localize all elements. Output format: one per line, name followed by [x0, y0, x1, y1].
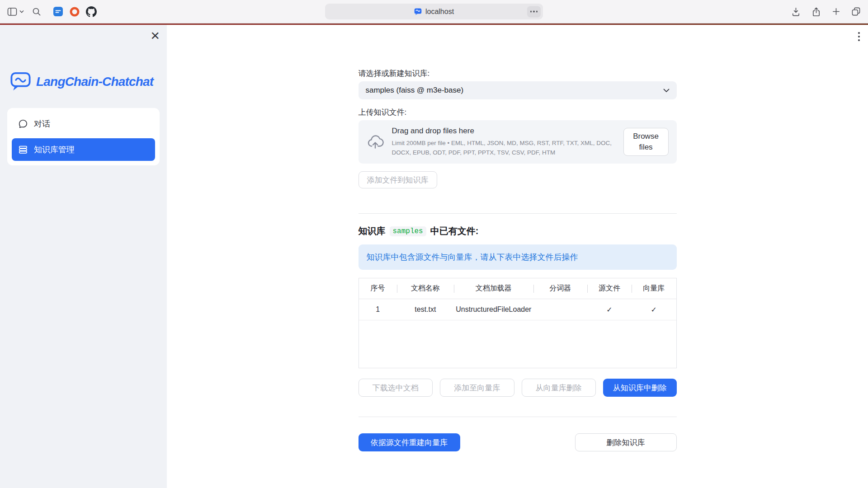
- dropzone-texts: Drag and drop files here Limit 200MB per…: [392, 127, 615, 157]
- info-banner: 知识库中包含源文件与向量库，请从下表中选择文件后操作: [359, 244, 677, 270]
- download-icon: [791, 7, 801, 16]
- rebuild-vector-store-button[interactable]: 依据源文件重建向量库: [359, 433, 460, 451]
- kb-select-value: samples (faiss @ m3e-base): [366, 86, 464, 95]
- orange-extension-icon[interactable]: [70, 7, 80, 17]
- sidebar-toggle-button[interactable]: [7, 7, 24, 16]
- kb-files-table: 序号 文档名称 文档加载器 分词器 源文件 向量库 1 test.txt Uns…: [359, 278, 677, 368]
- new-tab-button[interactable]: [832, 7, 840, 16]
- table-row[interactable]: 1 test.txt UnstructuredFileLoader ✓ ✓: [359, 299, 676, 320]
- site-favicon: [414, 8, 422, 15]
- divider: [359, 213, 677, 214]
- app-logo-text: LangChain-Chatchat: [36, 75, 153, 89]
- kb-heading-prefix: 知识库: [359, 225, 386, 237]
- download-selected-button[interactable]: 下载选中文档: [359, 379, 433, 397]
- table-header: 分词器: [533, 284, 587, 293]
- add-files-to-kb-button[interactable]: 添加文件到知识库: [359, 171, 437, 188]
- kb-files-heading: 知识库 samples 中已有文件:: [359, 225, 677, 237]
- table-header: 文档名称: [397, 284, 454, 293]
- search-button[interactable]: [32, 7, 41, 16]
- add-to-vector-store-button[interactable]: 添加至向量库: [440, 379, 514, 397]
- sidebar-icon: [7, 7, 17, 16]
- tabs-icon: [851, 7, 861, 16]
- blue-extension-icon[interactable]: [53, 6, 63, 17]
- sidebar-item-label: 对话: [34, 118, 50, 129]
- page-settings-button[interactable]: [527, 6, 541, 17]
- table-actions: 下载选中文档 添加至向量库 从向量库删除 从知识库中删除: [359, 379, 677, 397]
- sidebar-item-dialogue[interactable]: 对话: [12, 113, 155, 135]
- upload-label: 上传知识文件:: [359, 107, 677, 117]
- share-button[interactable]: [811, 7, 821, 16]
- app-logo: LangChain-Chatchat: [10, 72, 167, 92]
- chevron-down-icon: [663, 89, 670, 93]
- dropzone-title: Drag and drop files here: [392, 127, 615, 136]
- blue-app-icon: [53, 6, 63, 17]
- delete-kb-button[interactable]: 删除知识库: [575, 433, 677, 451]
- knowledge-base-icon: [18, 145, 28, 155]
- file-dropzone[interactable]: Drag and drop files here Limit 200MB per…: [359, 120, 677, 164]
- table-header-row: 序号 文档名称 文档加载器 分词器 源文件 向量库: [359, 278, 676, 299]
- chevron-down-icon: [19, 10, 24, 13]
- github-extension-icon[interactable]: [86, 6, 97, 17]
- table-header: 序号: [359, 284, 397, 293]
- dropzone-hint: Limit 200MB per file • EML, HTML, JSON, …: [392, 139, 615, 157]
- cell-filename: test.txt: [397, 305, 454, 314]
- ellipsis-icon: [530, 11, 538, 13]
- kb-select-label: 请选择或新建知识库:: [359, 68, 677, 79]
- kb-select[interactable]: samples (faiss @ m3e-base): [359, 81, 677, 99]
- chatchat-logo-icon: [10, 72, 31, 92]
- table-header: 文档加载器: [454, 284, 533, 293]
- sidebar-item-label: 知识库管理: [34, 144, 75, 155]
- tab-overview-button[interactable]: [851, 7, 861, 16]
- address-bar[interactable]: localhost: [325, 4, 543, 19]
- table-header: 源文件: [587, 284, 632, 293]
- cloud-upload-icon: [367, 133, 384, 150]
- cell-vector-check: ✓: [632, 305, 676, 314]
- cell-loader: UnstructuredFileLoader: [454, 305, 533, 314]
- content-column: 请选择或新建知识库: samples (faiss @ m3e-base) 上传…: [359, 25, 677, 451]
- main-area: 请选择或新建知识库: samples (faiss @ m3e-base) 上传…: [167, 25, 868, 488]
- table-header: 向量库: [632, 284, 676, 293]
- github-icon: [86, 6, 97, 17]
- sidebar-menu: 对话 知识库管理: [7, 108, 160, 165]
- delete-from-kb-button[interactable]: 从知识库中删除: [603, 379, 677, 397]
- delete-from-vector-store-button[interactable]: 从向量库删除: [522, 379, 596, 397]
- kb-heading-suffix: 中已有文件:: [430, 225, 479, 237]
- app-sidebar: × LangChain-Chatchat 对话: [0, 25, 167, 488]
- cell-index: 1: [359, 305, 397, 314]
- kb-name-code: samples: [390, 226, 426, 236]
- cell-source-check: ✓: [587, 305, 632, 314]
- share-icon: [811, 7, 821, 16]
- browser-toolbar: localhost: [0, 0, 868, 23]
- orange-ring-icon: [70, 7, 80, 17]
- chat-bubble-icon: [18, 119, 28, 129]
- url-text: localhost: [425, 8, 454, 16]
- plus-icon: [832, 7, 840, 16]
- browse-files-button[interactable]: Browse files: [623, 128, 669, 156]
- sidebar-close-button[interactable]: ×: [151, 28, 160, 43]
- downloads-button[interactable]: [791, 7, 801, 16]
- sidebar-item-knowledge-base[interactable]: 知识库管理: [12, 138, 155, 161]
- divider: [359, 417, 677, 417]
- kb-actions: 依据源文件重建向量库 删除知识库: [359, 433, 677, 451]
- search-icon: [32, 7, 41, 16]
- streamlit-menu-button[interactable]: [858, 32, 860, 41]
